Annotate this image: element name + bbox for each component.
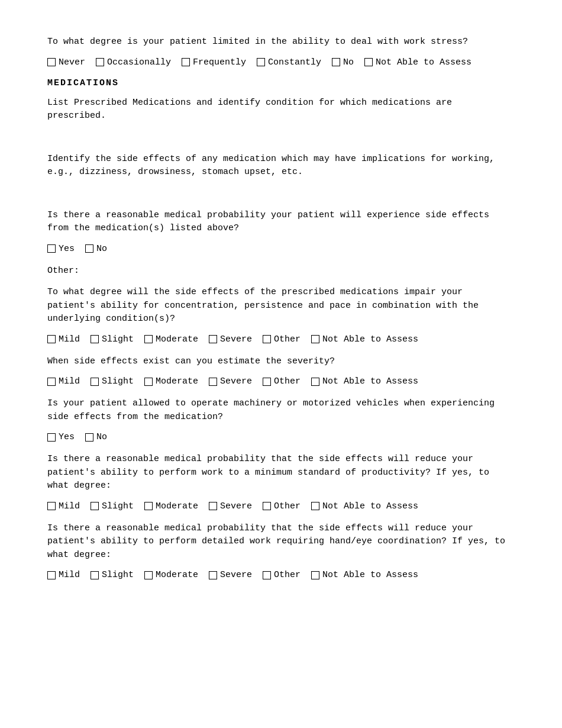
checkbox-other-sev[interactable] — [263, 378, 271, 386]
option-other-sev: Other — [263, 376, 301, 386]
label-slight-impair: Slight — [102, 334, 134, 344]
option-not-able-impair: Not Able to Assess — [311, 334, 418, 344]
option-frequently: Frequently — [182, 57, 246, 67]
checkbox-slight-sev[interactable] — [91, 378, 99, 386]
prescribed-blank-lines — [47, 131, 515, 153]
option-not-able-sev: Not Able to Assess — [311, 376, 418, 386]
option-slight-prod: Slight — [91, 501, 134, 511]
work-stress-question-text: To what degree is your patient limited i… — [47, 37, 468, 47]
checkbox-not-able-sev[interactable] — [311, 378, 319, 386]
option-moderate-impair: Moderate — [144, 334, 198, 344]
checkbox-no-prob1[interactable] — [85, 244, 93, 253]
checkbox-mild-he[interactable] — [47, 571, 56, 579]
label-yes-prob1: Yes — [59, 244, 75, 254]
checkbox-other-prod[interactable] — [263, 502, 271, 510]
checkbox-frequently[interactable] — [182, 58, 190, 66]
option-other-he: Other — [263, 570, 301, 580]
option-slight-sev: Slight — [91, 376, 134, 386]
side-effects-label: Identify the side effects of any medicat… — [47, 153, 515, 179]
option-never: Never — [47, 57, 85, 67]
option-not-able-prod: Not Able to Assess — [311, 501, 418, 511]
prescribed-label: List Prescribed Medications and identify… — [47, 96, 515, 123]
impair-question: To what degree will the side effects of … — [47, 286, 515, 326]
option-mild-he: Mild — [47, 570, 80, 580]
option-severe-prod: Severe — [209, 501, 252, 511]
checkbox-not-able-ws[interactable] — [364, 58, 373, 66]
work-stress-options: Never Occasionally Frequently Constantly… — [47, 57, 515, 67]
option-other-prod: Other — [263, 501, 301, 511]
label-not-able-he: Not Able to Assess — [322, 570, 418, 580]
productivity-options: Mild Slight Moderate Severe Other Not Ab… — [47, 501, 515, 511]
checkbox-slight-he[interactable] — [91, 571, 99, 579]
impair-options: Mild Slight Moderate Severe Other Not Ab… — [47, 334, 515, 344]
checkbox-moderate-impair[interactable] — [144, 335, 153, 343]
checkbox-occasionally[interactable] — [96, 58, 104, 66]
checkbox-yes-prob1[interactable] — [47, 244, 56, 253]
label-mild-sev: Mild — [59, 376, 80, 386]
checkbox-no-ws[interactable] — [332, 58, 340, 66]
label-moderate-prod: Moderate — [156, 501, 198, 511]
handeye-question: Is there a reasonable medical probabilit… — [47, 522, 515, 562]
checkbox-constantly[interactable] — [257, 58, 265, 66]
option-severe-he: Severe — [209, 570, 252, 580]
option-no: No — [332, 57, 354, 67]
label-not-able-ws: Not Able to Assess — [376, 57, 471, 67]
checkbox-mild-impair[interactable] — [47, 335, 56, 343]
label-other-prod: Other — [274, 501, 301, 511]
checkbox-severe-he[interactable] — [209, 571, 217, 579]
checkbox-other-he[interactable] — [263, 571, 271, 579]
option-yes-prob1: Yes — [47, 244, 75, 254]
checkbox-slight-prod[interactable] — [91, 502, 99, 510]
checkbox-moderate-sev[interactable] — [144, 378, 153, 386]
checkbox-severe-impair[interactable] — [209, 335, 217, 343]
machinery-options: Yes No — [47, 432, 515, 442]
label-severe-prod: Severe — [220, 501, 252, 511]
option-other-impair: Other — [263, 334, 301, 344]
label-slight-he: Slight — [102, 570, 134, 580]
checkbox-yes-mach[interactable] — [47, 433, 56, 442]
option-mild-impair: Mild — [47, 334, 80, 344]
checkbox-not-able-impair[interactable] — [311, 335, 319, 343]
checkbox-mild-prod[interactable] — [47, 502, 56, 510]
checkbox-moderate-prod[interactable] — [144, 502, 153, 510]
checkbox-severe-prod[interactable] — [209, 502, 217, 510]
checkbox-severe-sev[interactable] — [209, 378, 217, 386]
label-severe-he: Severe — [220, 570, 252, 580]
label-no-mach: No — [96, 432, 107, 442]
checkbox-moderate-he[interactable] — [144, 571, 153, 579]
option-severe-sev: Severe — [209, 376, 252, 386]
checkbox-other-impair[interactable] — [263, 335, 271, 343]
option-mild-prod: Mild — [47, 501, 80, 511]
label-no-prob1: No — [96, 244, 107, 254]
option-not-able-he: Not Able to Assess — [311, 570, 418, 580]
option-moderate-he: Moderate — [144, 570, 198, 580]
label-constantly: Constantly — [268, 57, 321, 67]
label-slight-prod: Slight — [102, 501, 134, 511]
checkbox-no-mach[interactable] — [85, 433, 93, 442]
label-mild-prod: Mild — [59, 501, 80, 511]
checkbox-not-able-prod[interactable] — [311, 502, 319, 510]
checkbox-not-able-he[interactable] — [311, 571, 319, 579]
work-stress-question: To what degree is your patient limited i… — [47, 36, 515, 49]
label-other-impair: Other — [274, 334, 301, 344]
label-mild-impair: Mild — [59, 334, 80, 344]
probability-q1: Is there a reasonable medical probabilit… — [47, 209, 515, 236]
label-slight-sev: Slight — [102, 376, 134, 386]
label-not-able-prod: Not Able to Assess — [322, 501, 418, 511]
medications-heading: MEDICATIONS — [47, 78, 515, 88]
label-moderate-impair: Moderate — [156, 334, 198, 344]
label-mild-he: Mild — [59, 570, 80, 580]
label-severe-impair: Severe — [220, 334, 252, 344]
label-other-sev: Other — [274, 376, 301, 386]
option-constantly: Constantly — [257, 57, 321, 67]
option-occasionally: Occasionally — [96, 57, 171, 67]
label-severe-sev: Severe — [220, 376, 252, 386]
productivity-question: Is there a reasonable medical probabilit… — [47, 453, 515, 493]
option-slight-he: Slight — [91, 570, 134, 580]
checkbox-mild-sev[interactable] — [47, 378, 56, 386]
label-other-he: Other — [274, 570, 301, 580]
checkbox-never[interactable] — [47, 58, 56, 66]
handeye-options: Mild Slight Moderate Severe Other Not Ab… — [47, 570, 515, 580]
other-label: Other: — [47, 265, 515, 278]
checkbox-slight-impair[interactable] — [91, 335, 99, 343]
